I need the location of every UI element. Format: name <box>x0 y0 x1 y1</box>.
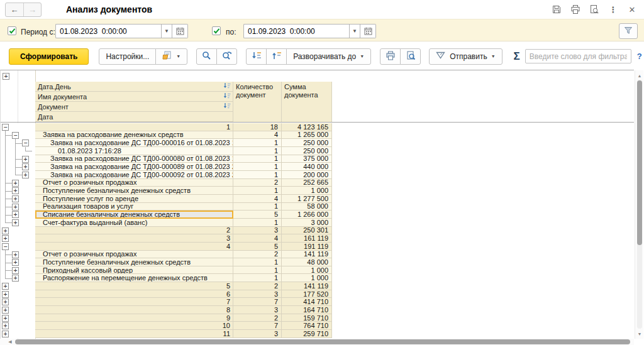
sum-cell[interactable]: 440 000 <box>282 163 332 171</box>
sum-sigma-button[interactable]: Σ <box>514 50 520 63</box>
sum-cell[interactable]: 252 665 <box>282 179 332 187</box>
count-cell[interactable]: 1 <box>233 258 282 266</box>
vertical-scroll-thumb[interactable] <box>637 80 642 245</box>
expand-levels-button[interactable] <box>246 48 267 65</box>
expand-row-icon[interactable]: + <box>12 259 19 266</box>
count-cell[interactable]: 1 <box>233 163 282 171</box>
table-row[interactable]: +23250 301 <box>1 227 332 235</box>
count-cell[interactable]: 3 <box>233 306 282 314</box>
count-cell[interactable]: 2 <box>233 251 282 259</box>
header-cell-doc-name[interactable]: Имя документа <box>35 92 233 102</box>
expand-row-icon[interactable]: + <box>12 211 19 218</box>
settings-button[interactable]: Настройки... <box>99 48 156 65</box>
sort-icon[interactable] <box>223 92 231 101</box>
count-cell[interactable]: 7 <box>233 322 282 330</box>
expand-row-icon[interactable]: + <box>2 322 9 329</box>
group-cell[interactable]: 9 <box>35 314 233 322</box>
sum-cell[interactable]: 375 000 <box>282 155 332 163</box>
count-cell[interactable]: 1 <box>233 147 282 155</box>
collapse-levels-button[interactable] <box>266 48 287 65</box>
header-cell-count[interactable]: Количество документ <box>233 82 282 122</box>
table-row[interactable]: +52141 119 <box>1 282 332 290</box>
expand-row-icon[interactable]: + <box>2 235 9 242</box>
table-row[interactable]: +Распоряжение на перемещение денежных ср… <box>1 274 332 282</box>
forward-button[interactable]: → <box>23 3 41 16</box>
expand-row-icon[interactable]: + <box>2 227 9 234</box>
table-row[interactable]: +63177 520 <box>1 290 332 298</box>
count-cell[interactable]: 1 <box>233 266 282 275</box>
sum-cell[interactable]: 177 520 <box>282 290 332 298</box>
search-button[interactable] <box>196 48 217 65</box>
sum-cell[interactable]: 414 710 <box>282 298 332 306</box>
filter-settings-button[interactable] <box>619 23 638 39</box>
sum-cell[interactable]: 1 266 000 <box>282 211 332 219</box>
report-variant-button[interactable]: ▼ <box>155 48 187 65</box>
print-button[interactable] <box>380 48 401 65</box>
label-cell[interactable]: Отчет о розничных продажах <box>35 251 233 259</box>
count-cell[interactable]: 1 <box>233 274 282 282</box>
table-row[interactable]: +Поступление безналичных денежных средст… <box>1 187 332 195</box>
columns-group-expander[interactable]: + <box>3 73 9 80</box>
table-row[interactable]: +Поступление безналичных денежных средст… <box>1 258 332 266</box>
expand-row-icon[interactable]: + <box>2 291 9 298</box>
count-cell[interactable]: 5 <box>233 211 282 219</box>
close-icon[interactable]: ✕ <box>626 4 638 15</box>
count-cell[interactable]: 1 <box>233 203 282 211</box>
table-row[interactable]: +107764 710 <box>1 322 332 330</box>
scroll-left-icon[interactable]: ◀ <box>6 339 14 345</box>
sum-cell[interactable]: 1 000 <box>282 187 332 195</box>
table-row[interactable]: +92159 710 <box>1 314 332 322</box>
period-to-dropdown-icon[interactable]: ▼ <box>349 24 360 38</box>
group-cell[interactable]: 5 <box>35 282 233 290</box>
header-cell-date[interactable]: Дата <box>35 112 233 122</box>
period-from-checkbox[interactable] <box>8 26 16 35</box>
label-cell[interactable]: Заявка на расходование денежных средств <box>35 131 233 140</box>
quick-filter-input[interactable] <box>525 49 631 63</box>
send-button[interactable]: Отправить ▼ <box>429 48 502 65</box>
count-cell[interactable]: 1 <box>233 219 282 227</box>
table-row[interactable]: +Заявка на расходование ДС ТД00-000092 о… <box>1 171 332 179</box>
count-cell[interactable]: 4 <box>233 234 282 243</box>
table-row[interactable]: +Приходный кассовый ордер11 000 <box>1 266 332 275</box>
table-row[interactable]: −Заявка на расходование денежных средств… <box>1 131 332 140</box>
expand-row-icon[interactable]: + <box>2 307 9 314</box>
expand-row-icon[interactable]: + <box>2 283 9 290</box>
label-cell[interactable]: Отчет о розничных продажах <box>35 179 233 187</box>
sum-cell[interactable]: 1 277 500 <box>282 195 332 203</box>
table-row[interactable]: −1184 123 165 <box>1 123 332 131</box>
group-cell[interactable]: 4 <box>35 243 233 251</box>
count-cell[interactable]: 3 <box>233 290 282 298</box>
help-button[interactable]: ? <box>637 52 642 61</box>
period-from-dropdown-icon[interactable]: ▼ <box>161 24 172 38</box>
label-cell[interactable]: Поступление безналичных денежных средств <box>35 187 233 195</box>
generate-button[interactable]: Сформировать <box>9 48 89 65</box>
save-icon[interactable] <box>551 4 562 15</box>
group-cell[interactable]: 8 <box>35 306 233 314</box>
header-cell-document[interactable]: Документ <box>35 102 233 112</box>
header-cell-date-day[interactable]: Дата.День <box>35 82 233 92</box>
group-cell[interactable]: 10 <box>35 322 233 330</box>
expand-row-icon[interactable]: + <box>12 180 19 187</box>
label-cell[interactable]: Приходный кассовый ордер <box>35 266 233 275</box>
back-button[interactable]: ← <box>6 3 23 16</box>
header-cell-sum[interactable]: Сумма документа <box>282 82 332 122</box>
table-row[interactable]: +77414 710 <box>1 298 332 306</box>
expand-row-icon[interactable]: + <box>22 172 29 178</box>
count-cell[interactable]: 3 <box>233 227 282 235</box>
more-dots-icon[interactable]: ⋮ <box>608 4 619 15</box>
count-cell[interactable]: 1 <box>233 139 282 147</box>
label-cell[interactable]: Поступление безналичных денежных средств <box>35 258 233 266</box>
label-cell[interactable]: Заявка на расходование ДС ТД00-000089 от… <box>35 163 233 171</box>
count-cell[interactable]: 2 <box>233 314 282 322</box>
expand-to-button[interactable]: Разворачивать до ▼ <box>286 48 371 65</box>
collapse-row-icon[interactable]: − <box>12 132 19 139</box>
sum-cell[interactable]: 1 000 <box>282 274 332 282</box>
table-row[interactable]: +Списание безналичных денежных средств51… <box>1 211 332 219</box>
collapse-row-icon[interactable]: − <box>2 243 9 250</box>
table-row[interactable]: +34161 119 <box>1 234 332 243</box>
table-row[interactable]: +113259 710 <box>1 330 332 338</box>
scroll-up-icon[interactable]: ▲ <box>635 71 644 80</box>
count-cell[interactable]: 4 <box>233 195 282 203</box>
sum-cell[interactable]: 141 119 <box>282 282 332 290</box>
count-cell[interactable]: 2 <box>233 282 282 290</box>
